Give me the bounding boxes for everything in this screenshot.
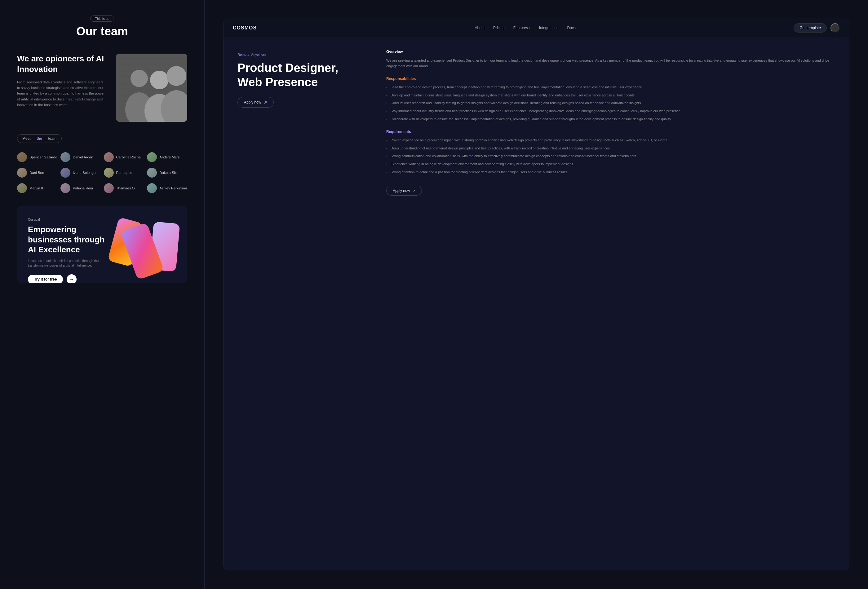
responsibilities-heading: Responsabilities bbox=[386, 77, 835, 81]
svg-point-4 bbox=[150, 71, 169, 89]
list-item: Proven experience as a product designer,… bbox=[386, 138, 835, 143]
hero-heading: We are opioneers of AI Innovation bbox=[17, 54, 107, 75]
job-left: Remote. Anywhere Product Designer, Web P… bbox=[223, 37, 372, 570]
location-suffix: Anywhere bbox=[251, 53, 266, 56]
avatar bbox=[17, 168, 27, 178]
nav-right: Get template → bbox=[794, 23, 840, 32]
team-member: Dakota Six bbox=[147, 168, 187, 178]
avatar bbox=[61, 183, 70, 193]
right-panel: COSMOS About Pricing Features Integratio… bbox=[205, 0, 868, 589]
team-grid: Spencer Gallardo Daniel Arden Carolina R… bbox=[17, 152, 187, 193]
team-member: Carolina Rocha bbox=[104, 152, 144, 162]
list-item: Deep understanding of user-centered desi… bbox=[386, 146, 835, 151]
team-photo bbox=[116, 54, 187, 122]
meet-team-button[interactable]: Meet the team bbox=[17, 134, 62, 143]
goal-description: industries to unlock their full potentia… bbox=[28, 258, 102, 269]
team-header: This is us Our team bbox=[17, 16, 187, 38]
hero-section: We are opioneers of AI Innovation From s… bbox=[17, 54, 187, 122]
avatar bbox=[147, 183, 157, 193]
team-member: Anders Mars bbox=[147, 152, 187, 162]
try-free-button[interactable]: Try it for free bbox=[28, 275, 63, 283]
avatar bbox=[147, 152, 157, 162]
member-name: Pat Lopes bbox=[116, 171, 132, 174]
browser-window: COSMOS About Pricing Features Integratio… bbox=[223, 19, 849, 570]
hero-description: From seasoned data scientists and softwa… bbox=[17, 79, 107, 108]
team-member: Dani Bun bbox=[17, 168, 58, 178]
job-details: Overview We are seeking a talented and e… bbox=[372, 37, 849, 570]
apply-now-bottom-button[interactable]: Apply now ↗ bbox=[386, 186, 422, 196]
member-name: Ivana Bolonga bbox=[73, 171, 96, 174]
avatar bbox=[104, 168, 114, 178]
avatar bbox=[17, 152, 27, 162]
member-name: Thamires O. bbox=[116, 186, 136, 190]
cta-group: Try it for free → bbox=[28, 275, 176, 283]
nav-link-docs[interactable]: Docs bbox=[567, 26, 575, 30]
job-title: Product Designer, Web Presence bbox=[238, 61, 358, 89]
responsibilities-list: Lead the end-to-end design process, from… bbox=[386, 85, 835, 122]
avatar bbox=[61, 168, 70, 178]
svg-point-2 bbox=[130, 70, 148, 87]
team-member: Ashley Perkinson bbox=[147, 183, 187, 193]
page-title: Our team bbox=[17, 25, 187, 38]
apply-now-button[interactable]: Apply now ↗ bbox=[238, 97, 274, 108]
team-member: Pat Lopes bbox=[104, 168, 144, 178]
logo: COSMOS bbox=[233, 25, 257, 31]
member-name: Anders Mars bbox=[159, 155, 180, 159]
job-content: Remote. Anywhere Product Designer, Web P… bbox=[223, 37, 849, 570]
list-item: Experience working in an agile developme… bbox=[386, 161, 835, 167]
requirements-list: Proven experience as a product designer,… bbox=[386, 138, 835, 175]
member-name: Marvin K. bbox=[30, 186, 45, 190]
job-location: Remote. Anywhere bbox=[238, 53, 358, 56]
team-member: Ivana Bolonga bbox=[61, 168, 101, 178]
list-item: Lead the end-to-end design process, from… bbox=[386, 85, 835, 90]
member-name: Patricia Rein bbox=[73, 186, 93, 190]
apply-bottom-label: Apply now bbox=[393, 189, 410, 193]
left-panel: This is us Our team We are opioneers of … bbox=[0, 0, 205, 589]
overview-text: We are seeking a talented and experience… bbox=[386, 58, 835, 69]
apply-arrow-icon: ↗ bbox=[264, 100, 267, 105]
team-member: Patricia Rein bbox=[61, 183, 101, 193]
overview-heading: Overview bbox=[386, 50, 835, 54]
goal-label: Our goal bbox=[28, 218, 176, 221]
nav-links: About Pricing Features Integrations Docs bbox=[475, 26, 576, 30]
nav-link-about[interactable]: About bbox=[475, 26, 484, 30]
nav-link-integrations[interactable]: Integrations bbox=[539, 26, 559, 30]
apply-bottom-arrow-icon: ↗ bbox=[412, 189, 415, 193]
goal-card: Our goal Empowering businesses through A… bbox=[17, 205, 187, 283]
list-item: Strong attention to detail and a passion… bbox=[386, 170, 835, 175]
team-badge: This is us bbox=[90, 16, 114, 22]
team-member: Marvin K. bbox=[17, 183, 58, 193]
team-member: Spencer Gallardo bbox=[17, 152, 58, 162]
avatar bbox=[17, 183, 27, 193]
nav-arrow-button[interactable]: → bbox=[831, 23, 840, 32]
nav-link-pricing[interactable]: Pricing bbox=[493, 26, 505, 30]
list-item: Collaborate with developers to ensure th… bbox=[386, 117, 835, 122]
location-prefix: Remote. bbox=[238, 53, 251, 56]
list-item: Stay informed about industry trends and … bbox=[386, 108, 835, 114]
member-name: Carolina Rocha bbox=[116, 155, 141, 159]
member-name: Daniel Arden bbox=[73, 155, 93, 159]
list-item: Develop and maintain a consistent visual… bbox=[386, 93, 835, 98]
avatar bbox=[104, 183, 114, 193]
avatar bbox=[104, 152, 114, 162]
member-name: Spencer Gallardo bbox=[30, 155, 58, 159]
team-member: Daniel Arden bbox=[61, 152, 101, 162]
member-name: Dani Bun bbox=[30, 171, 44, 174]
list-item: Conduct user research and usability test… bbox=[386, 100, 835, 106]
hero-text: We are opioneers of AI Innovation From s… bbox=[17, 54, 107, 108]
navigation: COSMOS About Pricing Features Integratio… bbox=[223, 19, 849, 37]
avatar bbox=[147, 168, 157, 178]
member-name: Ashley Perkinson bbox=[159, 186, 187, 190]
requirements-heading: Requirements bbox=[386, 130, 835, 134]
list-item: Strong communication and collaboration s… bbox=[386, 154, 835, 159]
meet-label: Meet bbox=[22, 136, 31, 141]
get-template-button[interactable]: Get template bbox=[794, 23, 827, 32]
team-member: Thamires O. bbox=[104, 183, 144, 193]
nav-link-features[interactable]: Features bbox=[513, 26, 530, 30]
member-name: Dakota Six bbox=[159, 171, 177, 174]
arrow-button[interactable]: → bbox=[66, 275, 77, 283]
apply-label: Apply now bbox=[244, 100, 261, 105]
team-label: team bbox=[48, 136, 56, 141]
avatar bbox=[61, 152, 70, 162]
goal-heading: Empowering businesses through AI Excelle… bbox=[28, 224, 108, 255]
